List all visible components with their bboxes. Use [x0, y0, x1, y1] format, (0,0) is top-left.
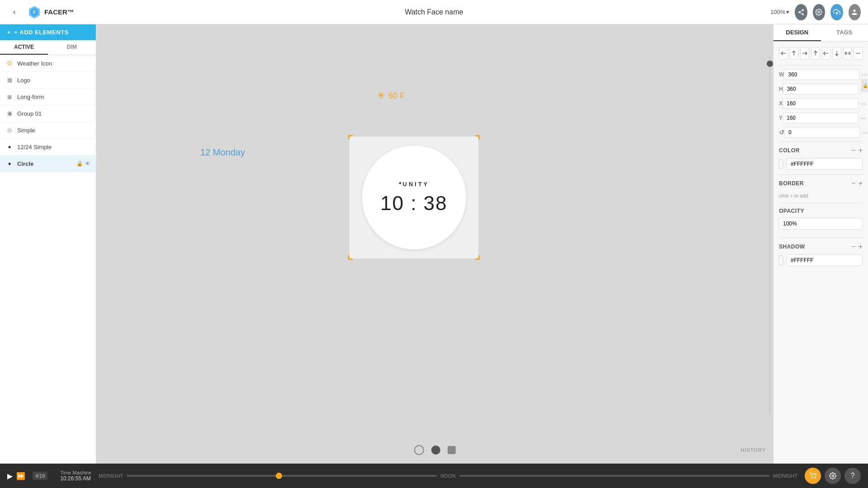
canvas-mode-outline[interactable]	[414, 445, 424, 455]
vertical-slider[interactable]	[766, 56, 773, 414]
tab-design[interactable]: DESIGN	[774, 24, 821, 41]
right-panel-tabs: DESIGN TAGS	[774, 24, 868, 42]
right-panel: DESIGN TAGS	[773, 24, 868, 464]
align-middle-v-btn[interactable]	[822, 47, 831, 60]
timeline-track-2[interactable]	[459, 475, 769, 477]
zoom-indicator[interactable]: 100% ▾	[770, 9, 789, 15]
panel-lock-strip[interactable]: 🔒	[862, 79, 868, 92]
timeline-track[interactable]	[127, 475, 437, 477]
watch-face-title: Watch Face name	[405, 8, 463, 16]
layer-name-simple: Simple	[17, 127, 90, 134]
shadow-section-title: SHADOW	[779, 244, 805, 250]
prop-label-x: X	[779, 100, 783, 107]
border-add-hint: click + to add	[779, 193, 808, 198]
prop-more-y[interactable]: ···	[859, 114, 868, 122]
svg-point-5	[802, 13, 804, 15]
svg-rect-27	[849, 52, 849, 55]
prop-more-r[interactable]: ···	[860, 129, 868, 136]
canvas-mode-filled[interactable]	[431, 446, 440, 455]
prop-input-x[interactable]	[783, 98, 859, 109]
align-top-btn[interactable]	[811, 47, 820, 60]
align-center-h-btn[interactable]	[790, 47, 799, 60]
layer-item-1224-simple[interactable]: ● 12/24 Simple	[0, 139, 96, 155]
layer-item-long-form[interactable]: ▦ Long-form	[0, 89, 96, 105]
prop-input-r[interactable]	[784, 127, 860, 138]
back-button[interactable]: ‹	[7, 5, 22, 19]
circle-visibility-icon[interactable]: 👁	[85, 160, 90, 167]
group-layer-icon: ▣	[5, 109, 14, 117]
watch-brand: ⁴UNITY	[399, 181, 429, 188]
canvas-date-element[interactable]: 12 Monday	[200, 147, 245, 158]
shadow-color-swatch[interactable]	[779, 256, 783, 265]
layer-name-circle: Circle	[17, 160, 73, 167]
color-section-title: COLOR	[779, 147, 800, 154]
distribute-h-btn[interactable]	[843, 47, 852, 60]
prop-input-w[interactable]	[784, 69, 860, 80]
cart-button[interactable]	[805, 468, 821, 484]
frame-counter[interactable]: 4/19	[33, 472, 47, 480]
timeline: MIDNIGHT NOON MIDNIGHT	[99, 473, 797, 479]
tab-tags[interactable]: TAGS	[821, 24, 868, 41]
shadow-section-actions: − +	[851, 243, 863, 251]
divider-3	[779, 174, 863, 175]
prop-more-x[interactable]: ···	[859, 100, 868, 107]
canvas-inner[interactable]: ☀ 60 F 12 Monday ⁴UNITY 10 : 38	[96, 24, 773, 436]
settings-bottom-button[interactable]	[825, 468, 841, 484]
weather-temp-value: 60 F	[388, 91, 405, 101]
prop-row-h: H ···	[779, 84, 863, 94]
shadow-minus-btn[interactable]: −	[851, 243, 855, 251]
distribute-v-btn[interactable]	[854, 47, 863, 60]
prop-more-w[interactable]: ···	[860, 71, 868, 78]
add-elements-button[interactable]: + + ADD ELEMENTS	[0, 24, 96, 40]
layer-item-circle[interactable]: ● Circle 🔒 👁	[0, 155, 96, 172]
canvas-mode-square[interactable]	[448, 446, 456, 454]
canvas-weather-element[interactable]: ☀ 60 F	[377, 90, 405, 102]
tab-dim[interactable]: DIM	[48, 40, 96, 55]
prop-label-y: Y	[779, 115, 783, 121]
svg-line-7	[800, 10, 802, 12]
border-minus-btn[interactable]: −	[851, 179, 855, 188]
weather-sun-icon: ☀	[377, 90, 386, 102]
share-button[interactable]	[795, 4, 807, 20]
align-left-btn[interactable]	[779, 47, 788, 60]
prop-label-r: ↺	[779, 129, 784, 136]
shadow-plus-btn[interactable]: +	[859, 243, 863, 251]
layer-item-logo[interactable]: ▦ Logo	[0, 72, 96, 89]
fast-forward-button[interactable]: ⏩	[16, 472, 25, 480]
align-right-btn[interactable]	[800, 47, 809, 60]
watch-face: ⁴UNITY 10 : 38	[349, 136, 478, 258]
color-plus-btn[interactable]: +	[859, 146, 863, 155]
layer-item-simple[interactable]: ◎ Simple	[0, 122, 96, 139]
shadow-color-input[interactable]	[787, 254, 863, 266]
watch-time: 10 : 38	[380, 192, 448, 215]
align-bottom-btn[interactable]	[832, 47, 841, 60]
circle-lock-icon[interactable]: 🔒	[76, 160, 83, 167]
prop-input-y[interactable]	[783, 113, 859, 123]
timeline-midnight-left: MIDNIGHT	[99, 473, 123, 479]
publish-button[interactable]	[830, 4, 843, 20]
user-avatar[interactable]	[849, 4, 861, 20]
settings-button[interactable]	[813, 4, 825, 20]
layer-item-group-01[interactable]: ▣ Group 01	[0, 105, 96, 122]
help-button[interactable]: ?	[844, 468, 861, 484]
layer-item-weather-icon[interactable]: Weather Icon	[0, 55, 96, 72]
layer-list: Weather Icon ▦ Logo ▦ Long-form ▣ Group …	[0, 55, 96, 464]
watch-circle: ⁴UNITY 10 : 38	[362, 145, 466, 249]
prop-input-h[interactable]	[783, 84, 859, 94]
slider-thumb[interactable]	[767, 61, 773, 67]
timeline-thumb[interactable]	[276, 473, 282, 479]
time-value: 10:26:55 AM	[60, 475, 91, 482]
play-button[interactable]: ▶	[7, 472, 13, 480]
long-form-layer-icon: ▦	[5, 93, 14, 101]
tab-active[interactable]: ACTIVE	[0, 40, 48, 55]
color-minus-btn[interactable]: −	[851, 146, 855, 155]
svg-point-32	[832, 475, 834, 477]
color-swatch[interactable]	[779, 160, 783, 169]
opacity-input[interactable]	[779, 218, 863, 230]
watch-face-container[interactable]: ⁴UNITY 10 : 38	[349, 136, 478, 258]
svg-point-8	[818, 11, 820, 13]
color-input[interactable]	[787, 158, 863, 170]
border-plus-btn[interactable]: +	[859, 179, 863, 188]
logo-layer-icon: ▦	[5, 76, 14, 84]
playback-buttons: ▶ ⏩	[7, 472, 25, 480]
